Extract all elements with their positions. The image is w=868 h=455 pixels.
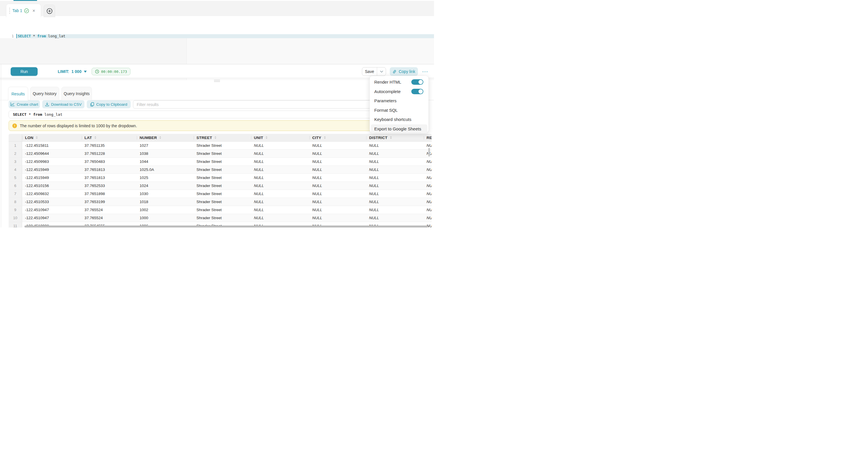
table-cell[interactable]: -122.4510947	[22, 206, 82, 214]
limit-dropdown[interactable]: LIMIT: 1 000	[58, 67, 87, 76]
table-cell[interactable]: -122.4509644	[22, 150, 82, 157]
table-cell[interactable]: NULL	[251, 214, 309, 222]
table-cell[interactable]: NULL	[251, 166, 309, 174]
menu-item-autocomplete[interactable]: Autocomplete	[371, 87, 427, 96]
table-cell[interactable]: Shrader Street	[194, 182, 251, 189]
create-chart-button[interactable]: Create chart	[9, 100, 40, 108]
copy-link-button[interactable]: Copy link	[390, 67, 418, 76]
menu-item-format-sql[interactable]: Format SQL	[371, 106, 427, 115]
sort-icon[interactable]	[324, 136, 326, 139]
table-cell[interactable]: NULL	[251, 142, 309, 149]
table-cell[interactable]: 37.7650483	[82, 158, 137, 165]
horizontal-scrollbar[interactable]	[24, 225, 428, 228]
column-header-lon[interactable]: LON	[22, 134, 82, 141]
table-row[interactable]: 7-122.450983237.76518981030Shrader Stree…	[9, 190, 432, 198]
table-cell[interactable]: NULL	[366, 214, 424, 222]
menu-item-export-to-google-sheets[interactable]: Export to Google Sheets	[371, 124, 427, 133]
column-header-region[interactable]: REGION	[424, 134, 432, 141]
table-cell[interactable]: NULL	[366, 166, 424, 174]
table-cell[interactable]: -122.4515811	[22, 142, 82, 149]
table-cell[interactable]: NULL	[424, 150, 432, 157]
table-row[interactable]: 9-122.451094737.7655241002Shrader Street…	[9, 206, 432, 214]
table-cell[interactable]: NULL	[251, 174, 309, 182]
table-cell[interactable]: NULL	[424, 206, 432, 214]
table-cell[interactable]: NULL	[424, 142, 432, 149]
table-cell[interactable]: NULL	[309, 174, 366, 182]
table-cell[interactable]: NULL	[424, 198, 432, 206]
table-cell[interactable]: Shrader Street	[194, 142, 251, 149]
vertical-scrollbar[interactable]	[428, 148, 430, 156]
table-cell[interactable]: NULL	[366, 190, 424, 198]
table-cell[interactable]: 1044	[137, 158, 194, 165]
sort-icon[interactable]	[159, 136, 161, 139]
toggle-switch-on[interactable]	[411, 79, 423, 85]
close-tab-icon[interactable]: ✕	[32, 9, 35, 13]
tab-results[interactable]: Results	[8, 87, 28, 100]
table-cell[interactable]: -122.4515949	[22, 166, 82, 174]
table-cell[interactable]: 1027	[137, 142, 194, 149]
sql-editor[interactable]: 1 SELECT * from long_lat	[0, 16, 434, 64]
table-cell[interactable]: Shrader Street	[194, 158, 251, 165]
menu-item-parameters[interactable]: Parameters	[371, 96, 427, 105]
table-cell[interactable]: NULL	[424, 158, 432, 165]
table-cell[interactable]: 37.7651135	[82, 142, 137, 149]
toggle-switch-on[interactable]	[411, 89, 423, 94]
table-cell[interactable]: NULL	[309, 198, 366, 206]
table-cell[interactable]: 37.7651898	[82, 190, 137, 198]
run-button[interactable]: Run	[11, 67, 38, 76]
table-cell[interactable]: 37.765524	[82, 214, 137, 222]
table-cell[interactable]: 1025	[137, 174, 194, 182]
sort-icon[interactable]	[36, 136, 38, 139]
table-cell[interactable]: NULL	[251, 198, 309, 206]
table-cell[interactable]: NULL	[366, 174, 424, 182]
table-cell[interactable]: NULL	[251, 206, 309, 214]
tab-query-1[interactable]: Tab 1 ✕	[6, 4, 41, 17]
table-cell[interactable]: NULL	[366, 182, 424, 189]
table-cell[interactable]: NULL	[309, 190, 366, 198]
table-cell[interactable]: NULL	[366, 158, 424, 165]
column-header-lat[interactable]: LAT	[82, 134, 137, 141]
table-row[interactable]: 3-122.450998337.76504831044Shrader Stree…	[9, 158, 432, 166]
sort-icon[interactable]	[215, 136, 216, 139]
sort-icon[interactable]	[94, 136, 96, 139]
table-cell[interactable]: NULL	[424, 166, 432, 174]
save-options-button[interactable]	[377, 67, 386, 75]
table-cell[interactable]: 37.765524	[82, 206, 137, 214]
table-cell[interactable]: 1018	[137, 198, 194, 206]
new-tab-button[interactable]	[44, 5, 55, 17]
table-row[interactable]: 8-122.451053337.76531991018Shrader Stree…	[9, 198, 432, 206]
pane-resize-handle[interactable]	[214, 80, 220, 83]
table-cell[interactable]: NULL	[251, 158, 309, 165]
table-cell[interactable]: NULL	[251, 190, 309, 198]
drag-handle-icon[interactable]	[9, 8, 10, 14]
table-cell[interactable]: -122.4515949	[22, 174, 82, 182]
sql-code-line[interactable]: SELECT * from long_lat	[18, 34, 65, 38]
table-cell[interactable]: Shrader Street	[194, 190, 251, 198]
table-row[interactable]: 4-122.451594937.76518131025.0AShrader St…	[9, 166, 432, 174]
table-cell[interactable]: NULL	[309, 206, 366, 214]
table-cell[interactable]: NULL	[366, 206, 424, 214]
table-cell[interactable]: NULL	[366, 198, 424, 206]
table-cell[interactable]: NULL	[251, 182, 309, 189]
table-row[interactable]: 5-122.451594937.76518131025Shrader Stree…	[9, 174, 432, 182]
sort-icon[interactable]	[390, 136, 392, 139]
table-cell[interactable]: NULL	[309, 142, 366, 149]
menu-item-keyboard-shortcuts[interactable]: Keyboard shortcuts	[371, 115, 427, 124]
table-cell[interactable]: NULL	[309, 158, 366, 165]
sort-icon[interactable]	[266, 136, 268, 139]
table-cell[interactable]: 1038	[137, 150, 194, 157]
table-cell[interactable]: NULL	[366, 150, 424, 157]
table-cell[interactable]: NULL	[309, 166, 366, 174]
table-cell[interactable]: Shrader Street	[194, 214, 251, 222]
table-cell[interactable]: NULL	[424, 214, 432, 222]
table-cell[interactable]: 1025.0A	[137, 166, 194, 174]
table-cell[interactable]: NULL	[366, 142, 424, 149]
table-cell[interactable]: 1000	[137, 214, 194, 222]
table-cell[interactable]: NULL	[424, 190, 432, 198]
table-cell[interactable]: NULL	[309, 214, 366, 222]
column-header-city[interactable]: CITY	[309, 134, 366, 141]
table-cell[interactable]: 1030	[137, 190, 194, 198]
table-row[interactable]: 6-122.451015637.76525331024Shrader Stree…	[9, 182, 432, 190]
table-cell[interactable]: 37.7653199	[82, 198, 137, 206]
results-table[interactable]: LONLATNUMBERSTREETUNITCITYDISTRICTREGION…	[9, 134, 432, 228]
